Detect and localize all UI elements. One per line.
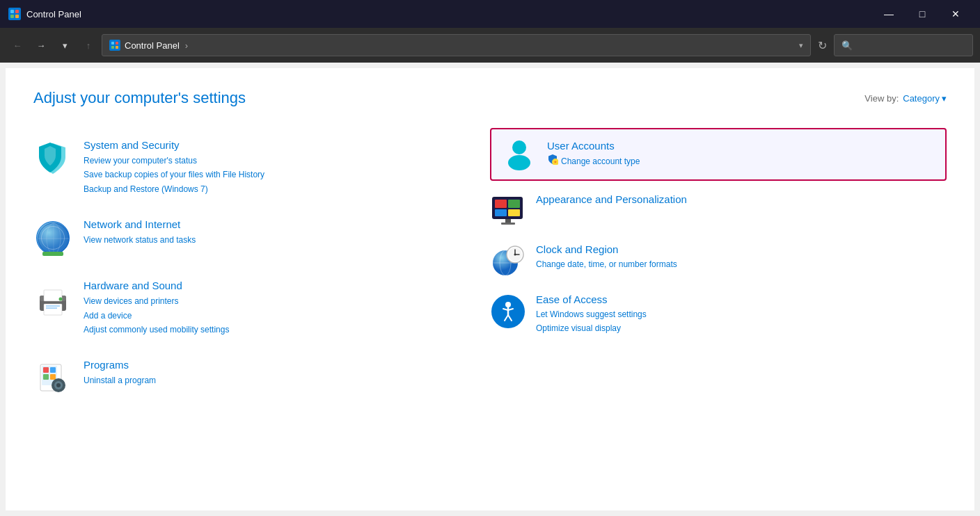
mobility-settings-link[interactable]: Adjust commonly used mobility settings xyxy=(84,323,476,337)
network-internet-info: Network and Internet View network status… xyxy=(84,218,476,247)
devices-printers-link[interactable]: View devices and printers xyxy=(84,294,476,308)
svg-rect-23 xyxy=(50,367,56,373)
user-accounts-info: User Accounts Change account type xyxy=(547,140,935,169)
left-column: System and Security Review your computer… xyxy=(33,128,490,409)
view-by: View by: Category ▾ xyxy=(864,93,947,104)
close-button[interactable]: ✕ xyxy=(940,3,972,25)
search-icon: 🔍 xyxy=(841,40,853,51)
change-account-type-link[interactable]: Change account type xyxy=(547,154,935,169)
minimize-button[interactable]: — xyxy=(873,3,905,25)
network-internet-item[interactable]: Network and Internet View network status… xyxy=(33,207,490,268)
svg-rect-39 xyxy=(505,219,511,223)
ease-access-item[interactable]: Ease of Access Let Windows suggest setti… xyxy=(490,287,947,343)
system-security-title[interactable]: System and Security xyxy=(84,139,476,151)
title-bar: Control Panel — □ ✕ xyxy=(0,0,980,28)
maximize-button[interactable]: □ xyxy=(906,3,938,25)
svg-rect-40 xyxy=(501,223,515,225)
address-icon xyxy=(109,40,120,51)
forward-button[interactable]: → xyxy=(31,35,52,56)
appearance-info: Appearance and Personalization xyxy=(536,193,947,207)
right-column: User Accounts Change account type xyxy=(490,128,947,409)
view-by-value-text: Category xyxy=(903,93,940,104)
window-title: Control Panel xyxy=(26,9,81,19)
address-bar[interactable]: Control Panel › ▾ xyxy=(102,34,811,56)
refresh-button[interactable]: ↻ xyxy=(814,39,831,52)
svg-point-28 xyxy=(56,383,61,387)
svg-rect-38 xyxy=(508,209,520,216)
backup-restore-link[interactable]: Backup and Restore (Windows 7) xyxy=(84,182,476,196)
title-bar-left: Control Panel xyxy=(8,8,81,20)
svg-rect-4 xyxy=(111,42,114,45)
review-status-link[interactable]: Review your computer's status xyxy=(84,154,476,168)
svg-rect-37 xyxy=(495,209,507,216)
svg-point-48 xyxy=(514,254,516,256)
system-security-icon xyxy=(33,139,72,178)
system-security-info: System and Security Review your computer… xyxy=(84,139,476,196)
hardware-sound-info: Hardware and Sound View devices and prin… xyxy=(84,280,476,337)
appearance-item[interactable]: Appearance and Personalization xyxy=(490,186,947,236)
uninstall-link[interactable]: Uninstall a program xyxy=(84,373,476,387)
svg-rect-35 xyxy=(495,200,507,208)
app-icon xyxy=(8,8,21,20)
svg-line-54 xyxy=(508,315,512,321)
address-dropdown[interactable]: ▾ xyxy=(799,41,803,50)
nav-bar: ← → ▾ ↑ Control Panel › ▾ ↻ 🔍 xyxy=(0,28,980,63)
programs-icon xyxy=(33,359,72,398)
date-time-link[interactable]: Change date, time, or number formats xyxy=(536,257,947,271)
clock-region-item[interactable]: Clock and Region Change date, time, or n… xyxy=(490,236,947,287)
add-device-link[interactable]: Add a device xyxy=(84,309,476,323)
programs-item[interactable]: Programs Uninstall a program xyxy=(33,348,490,409)
network-status-link[interactable]: View network status and tasks xyxy=(84,233,476,247)
view-by-arrow: ▾ xyxy=(942,93,947,104)
page-header: Adjust your computer's settings View by:… xyxy=(33,89,947,107)
main-content: Adjust your computer's settings View by:… xyxy=(6,68,974,510)
svg-rect-25 xyxy=(50,374,56,380)
svg-point-30 xyxy=(508,155,530,170)
categories-grid: System and Security Review your computer… xyxy=(33,128,947,409)
address-path: Control Panel xyxy=(125,40,180,51)
user-accounts-title[interactable]: User Accounts xyxy=(547,140,935,152)
programs-title[interactable]: Programs xyxy=(84,359,476,371)
svg-rect-3 xyxy=(15,15,19,18)
visual-display-link[interactable]: Optimize visual display xyxy=(536,321,947,335)
dropdown-button[interactable]: ▾ xyxy=(54,35,75,56)
svg-rect-1 xyxy=(15,10,19,13)
ease-access-title[interactable]: Ease of Access xyxy=(536,293,947,305)
programs-info: Programs Uninstall a program xyxy=(84,359,476,387)
svg-rect-6 xyxy=(111,46,114,49)
address-separator: › xyxy=(185,40,188,51)
suggest-settings-link[interactable]: Let Windows suggest settings xyxy=(536,307,947,321)
svg-rect-7 xyxy=(116,46,118,49)
svg-rect-5 xyxy=(116,42,118,45)
svg-rect-24 xyxy=(43,374,49,380)
network-internet-icon xyxy=(33,218,72,257)
svg-point-12 xyxy=(38,223,69,254)
hardware-sound-title[interactable]: Hardware and Sound xyxy=(84,280,476,291)
user-accounts-item[interactable]: User Accounts Change account type xyxy=(490,128,947,181)
window-controls: — □ ✕ xyxy=(873,3,972,25)
system-security-item[interactable]: System and Security Review your computer… xyxy=(33,128,490,207)
view-by-label: View by: xyxy=(864,93,899,104)
view-by-dropdown[interactable]: Category ▾ xyxy=(903,93,947,104)
appearance-title[interactable]: Appearance and Personalization xyxy=(536,193,947,205)
page-title: Adjust your computer's settings xyxy=(33,89,246,107)
svg-point-19 xyxy=(59,298,63,301)
search-bar[interactable]: 🔍 xyxy=(834,34,973,56)
svg-rect-22 xyxy=(43,367,49,373)
user-accounts-icon xyxy=(501,136,537,172)
ease-icon-shape xyxy=(491,295,525,328)
svg-rect-36 xyxy=(508,200,520,208)
network-internet-title[interactable]: Network and Internet xyxy=(84,218,476,230)
svg-rect-0 xyxy=(10,10,14,13)
up-button[interactable]: ↑ xyxy=(78,35,99,56)
back-button[interactable]: ← xyxy=(7,35,28,56)
appearance-icon xyxy=(490,193,526,229)
clock-region-icon xyxy=(490,243,526,280)
file-history-link[interactable]: Save backup copies of your files with Fi… xyxy=(84,168,476,182)
hardware-sound-item[interactable]: Hardware and Sound View devices and prin… xyxy=(33,268,490,348)
svg-rect-2 xyxy=(10,15,14,18)
ease-access-icon xyxy=(490,293,526,330)
shield-badge-icon xyxy=(547,154,558,169)
clock-region-title[interactable]: Clock and Region xyxy=(536,243,947,255)
hardware-sound-icon xyxy=(33,280,72,319)
